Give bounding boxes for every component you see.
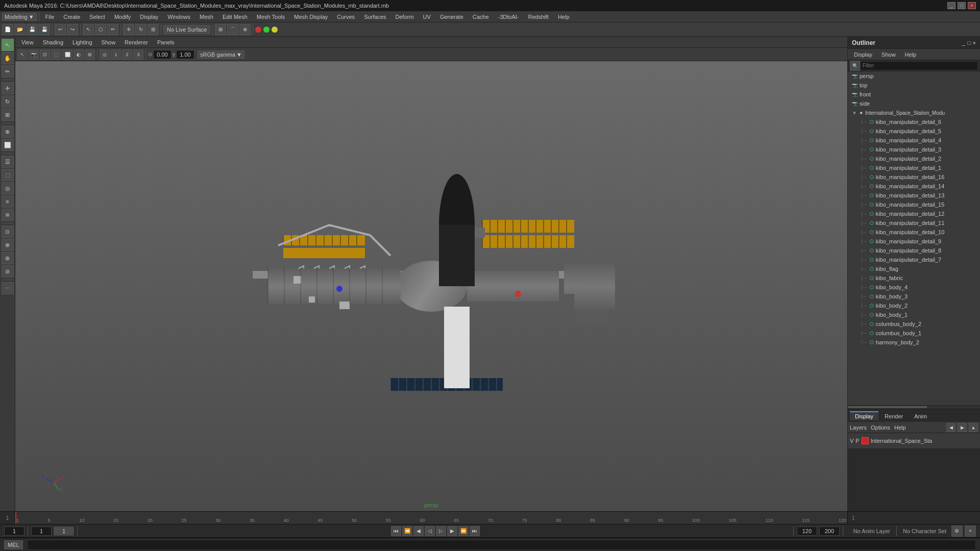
outliner-tool[interactable]: ☰ [2,156,14,168]
outliner-item-km12[interactable]: ├─⬡ kibo_manipulator_detail_12 [848,209,980,218]
vp-res2-btn[interactable]: 2 [122,49,132,60]
vp-menu-show[interactable]: Show [97,38,120,46]
scale-tool[interactable]: ⊞ [2,109,14,121]
menu-modify[interactable]: Modify [110,13,135,21]
menu-edit-mesh[interactable]: Edit Mesh [218,13,252,21]
jump-start-btn[interactable]: ⏮ [391,526,401,536]
vp-menu-shading[interactable]: Shading [39,38,67,46]
layer-color-swatch[interactable] [862,437,869,444]
render-tool[interactable]: ◎ [2,182,14,194]
save-as-btn[interactable]: 💾 [39,24,50,35]
vp-navigate-fwd[interactable]: ▶ [958,423,967,432]
attr-tool[interactable]: ≡ [2,195,14,208]
next-key-btn[interactable]: ⏩ [458,526,469,536]
outliner-search-icon[interactable]: 🔍 [850,61,860,71]
menu-curves[interactable]: Curves [333,13,359,21]
menu-mesh-tools[interactable]: Mesh Tools [253,13,289,21]
viewport-canvas[interactable]: persp Y X Z [15,61,847,511]
outliner-item-km10[interactable]: ├─⬡ kibo_manipulator_detail_10 [848,228,980,237]
vp-camera-btn[interactable]: 📷 [29,49,39,60]
outliner-item-km1[interactable]: ├─⬡ kibo_manipulator_detail_1 [848,163,980,172]
exposure-input[interactable] [153,50,172,59]
script-input[interactable] [27,540,976,550]
outliner-menu-show[interactable]: Show [877,51,900,59]
outliner-item-km16[interactable]: ├─⬡ kibo_manipulator_detail_16 [848,172,980,182]
prev-key-btn[interactable]: ⏪ [402,526,412,536]
outliner-item-km7[interactable]: ├─⬡ kibo_manipulator_detail_7 [848,255,980,264]
outliner-minimize[interactable]: _ [962,40,965,46]
outliner-item-km4[interactable]: ├─⬡ kibo_manipulator_detail_4 [848,136,980,145]
tab-anim[interactable]: Anim [909,411,932,420]
vp-menu-lighting[interactable]: Lighting [68,38,96,46]
iss-3d-canvas[interactable] [15,61,847,511]
range-start2-input[interactable] [54,527,74,536]
select-btn[interactable]: ↖ [83,24,94,35]
menu-surfaces[interactable]: Surfaces [360,13,390,21]
more-tool[interactable]: ⋯ [2,282,14,294]
rotate-btn[interactable]: ↻ [135,24,146,35]
new-file-btn[interactable]: 📄 [2,24,13,35]
char-set-add-btn[interactable]: + [965,525,976,537]
sculpt-tool[interactable]: ✏ [2,65,14,78]
lasso-btn[interactable]: ⬡ [95,24,106,35]
viewport[interactable]: View Shading Lighting Show Renderer Pane… [15,37,847,511]
move-tool[interactable]: ✛ [2,82,14,94]
maximize-button[interactable]: □ [958,2,966,9]
timeline[interactable]: 1 1 5 10 15 20 25 30 35 40 45 50 55 [0,511,980,524]
outliner-item-front[interactable]: 📷 front [848,90,980,99]
outliner-item-flag[interactable]: ├─⬡ kibo_flag [848,264,980,273]
outliner-list[interactable]: 📷 persp 📷 top 📷 front 📷 side ▼ ✦ Interna… [848,71,980,405]
outliner-item-km11[interactable]: ├─⬡ kibo_manipulator_detail_11 [848,218,980,228]
snap-grid-btn[interactable]: ⊞ [215,24,226,35]
paint-tool[interactable]: ✋ [2,52,14,64]
scale-btn[interactable]: ⊞ [148,24,159,35]
menu-3dtoi[interactable]: -3DtoAI- [494,13,523,21]
timeline-track[interactable]: 1 5 10 15 20 25 30 35 40 45 50 55 60 65 … [15,512,847,524]
menu-windows[interactable]: Windows [163,13,194,21]
range-end-input[interactable] [819,527,840,536]
vp-tex-btn[interactable]: ⊞ [85,49,95,60]
outliner-item-hb2[interactable]: └─⬡ harmony_body_2 [848,338,980,347]
char-set-btn[interactable]: ⚙ [951,525,963,537]
outliner-item-side[interactable]: 📷 side [848,99,980,108]
rotate-tool[interactable]: ↻ [2,95,14,108]
close-button[interactable]: × [968,2,976,9]
open-file-btn[interactable]: 📂 [14,24,26,35]
menu-file[interactable]: File [41,13,59,21]
options-label[interactable]: Options [871,424,890,431]
snap-point-btn[interactable]: ⊕ [239,24,251,35]
live-surface-label[interactable]: No Live Surface [163,25,210,34]
tab-render[interactable]: Render [879,411,908,420]
range-start-input[interactable] [31,527,52,536]
outliner-maximize[interactable]: □ [967,40,971,46]
mode-dropdown[interactable]: Modeling ▼ [2,13,37,21]
menu-mesh-display[interactable]: Mesh Display [290,13,332,21]
outliner-close[interactable]: × [973,40,976,46]
redo-btn[interactable]: ↪ [67,24,78,35]
vp-navigate-up[interactable]: ▲ [969,423,978,432]
current-frame-input[interactable] [4,527,24,536]
misc-tool4[interactable]: ⊘ [2,265,14,278]
outliner-item-km14[interactable]: ├─⬡ kibo_manipulator_detail_14 [848,182,980,191]
vp-menu-renderer[interactable]: Renderer [120,38,152,46]
play-fwd-btn[interactable]: ▷ [436,526,446,536]
vp-navigate-back[interactable]: ◀ [946,423,955,432]
outliner-item-km3[interactable]: ├─⬡ kibo_manipulator_detail_3 [848,145,980,154]
vp-res3-btn[interactable]: 3 [133,49,143,60]
help-label[interactable]: Help [894,424,906,431]
jump-end-btn[interactable]: ⏭ [470,526,480,536]
step-fwd-btn[interactable]: ▶ [447,526,457,536]
menu-select[interactable]: Select [85,13,109,21]
tab-display[interactable]: Display [850,411,878,420]
vp-wire-btn[interactable]: ⬚ [51,49,61,60]
undo-btn[interactable]: ↩ [55,24,66,35]
outliner-item-km5[interactable]: ├─⬡ kibo_manipulator_detail_5 [848,127,980,136]
vp-menu-view[interactable]: View [17,38,38,46]
misc-tool3[interactable]: ⊛ [2,252,14,264]
save-btn[interactable]: 💾 [27,24,38,35]
menu-help[interactable]: Help [554,13,574,21]
menu-create[interactable]: Create [59,13,84,21]
outliner-item-root[interactable]: ▼ ✦ International_Space_Station_Modu [848,108,980,117]
vp-isolate-btn[interactable]: ◎ [100,49,110,60]
misc-tool2[interactable]: ⊗ [2,239,14,251]
